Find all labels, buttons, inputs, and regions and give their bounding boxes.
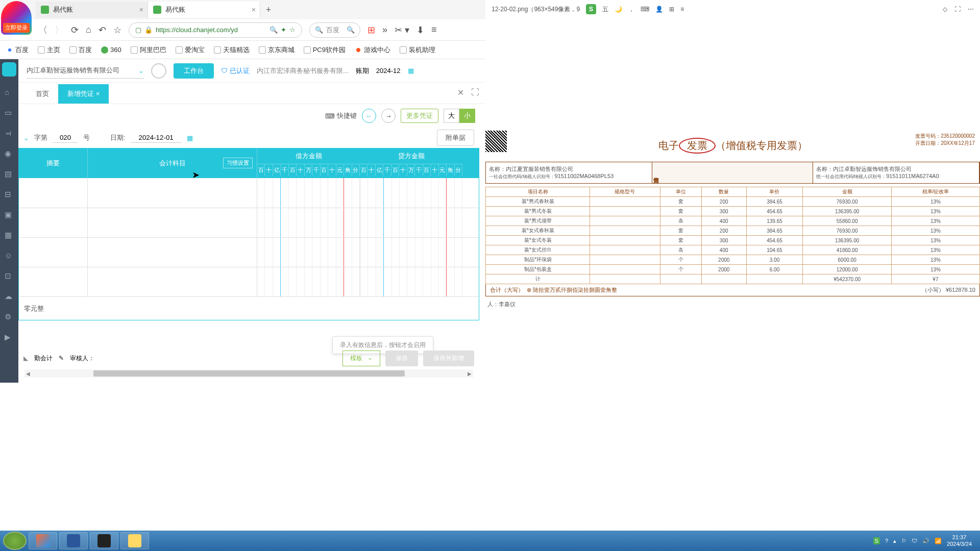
- money-nav-icon[interactable]: ◉: [5, 149, 14, 158]
- close-all-icon[interactable]: ✕: [457, 88, 464, 97]
- more-vouchers-button[interactable]: 更多凭证: [401, 109, 438, 123]
- grid-row[interactable]: [19, 237, 479, 267]
- tab-close-icon[interactable]: ×: [252, 6, 256, 14]
- cloud-nav-icon[interactable]: ☁: [5, 292, 14, 301]
- calendar-icon[interactable]: ▦: [187, 134, 193, 142]
- task-browser[interactable]: [29, 532, 57, 549]
- tab-close-icon[interactable]: ×: [139, 6, 143, 14]
- menu-icon[interactable]: ≡: [431, 24, 437, 35]
- tab-home[interactable]: 首页: [27, 84, 58, 104]
- address-bar[interactable]: ▢ 🔒 https://cloud.chanjet.com/yd 🔍 ✦ ☆: [129, 22, 302, 38]
- workspace-button[interactable]: 工作台: [174, 63, 214, 79]
- size-toggle[interactable]: 大 小: [444, 109, 475, 123]
- fullscreen-icon[interactable]: ⛶: [471, 88, 479, 97]
- bookmark-tmall[interactable]: 天猫精选: [214, 45, 250, 55]
- scroll-left-icon[interactable]: ◀: [24, 371, 32, 377]
- service-nav-icon[interactable]: ☺: [5, 251, 14, 260]
- scroll-right-icon[interactable]: ▶: [466, 371, 473, 377]
- start-button[interactable]: [3, 532, 27, 550]
- calendar-nav-icon[interactable]: ▦: [5, 231, 14, 240]
- size-small[interactable]: 小: [459, 109, 475, 123]
- home-nav-icon[interactable]: ⌂: [5, 88, 14, 97]
- network-tray-icon[interactable]: 📶: [935, 538, 942, 544]
- chevron-up-icon[interactable]: ▴: [893, 538, 896, 544]
- calendar-icon[interactable]: ▦: [408, 67, 414, 74]
- more-icon[interactable]: »: [382, 24, 387, 35]
- moon-icon[interactable]: 🌙: [615, 6, 622, 13]
- sogou-ime-icon[interactable]: S: [586, 4, 596, 14]
- bookmark-baidu2[interactable]: 百度: [69, 45, 92, 55]
- new-tab-button[interactable]: +: [260, 5, 277, 15]
- browser-tab-1[interactable]: 易代账 ×: [148, 2, 260, 18]
- menu-icon[interactable]: ≡: [680, 6, 684, 13]
- bookmark-icon[interactable]: ☆: [289, 26, 296, 34]
- apps-icon[interactable]: ⊞: [368, 24, 375, 36]
- more-icon[interactable]: ⋯: [968, 6, 974, 13]
- bookmark-360[interactable]: 360: [101, 46, 121, 54]
- expand-icon[interactable]: ⛶: [954, 6, 961, 13]
- grid-icon[interactable]: ⊞: [669, 6, 674, 13]
- grid-row[interactable]: [19, 267, 479, 296]
- task-explorer[interactable]: [120, 532, 149, 549]
- help-tray-icon[interactable]: ?: [885, 538, 888, 544]
- bookmark-aitaobao[interactable]: 爱淘宝: [176, 45, 205, 55]
- translate-icon[interactable]: ✦: [281, 26, 286, 34]
- stamp-icon[interactable]: [151, 63, 166, 79]
- back-icon[interactable]: 〈: [38, 24, 47, 36]
- template-button[interactable]: 模板⌄: [342, 350, 380, 366]
- clock[interactable]: 21:37 2024/3/24: [947, 534, 972, 547]
- app-logo-icon[interactable]: [2, 62, 16, 77]
- bookmark-baidu[interactable]: 百度: [6, 45, 29, 55]
- download-icon[interactable]: ⬇: [416, 24, 424, 36]
- company-selector[interactable]: 内江卓勤智远服饰销售有限公司 ⌄: [27, 63, 144, 79]
- star-icon[interactable]: ☆: [113, 24, 121, 36]
- gear-nav-icon[interactable]: ⚙: [5, 312, 14, 321]
- volume-tray-icon[interactable]: 🔊: [922, 538, 929, 544]
- forward-icon[interactable]: 〉: [55, 24, 64, 36]
- undo-icon[interactable]: ↶: [99, 24, 106, 36]
- tax-nav-icon[interactable]: ▣: [5, 210, 14, 219]
- bookmark-install[interactable]: 装机助理: [400, 45, 435, 55]
- size-big[interactable]: 大: [444, 109, 459, 123]
- bookmark-alibaba[interactable]: 阿里巴巴: [131, 45, 166, 55]
- flag-tray-icon[interactable]: ⚐: [901, 538, 906, 544]
- horizontal-scrollbar[interactable]: ◀ ▶: [24, 369, 473, 378]
- browser-tab-0[interactable]: 易代账 ×: [36, 2, 148, 18]
- shortcut-button[interactable]: ⌨快捷键: [325, 111, 357, 120]
- tab-close-icon[interactable]: ×: [96, 90, 100, 97]
- book-nav-icon[interactable]: ▭: [5, 108, 14, 117]
- attach-button[interactable]: 附单据: [437, 130, 474, 146]
- user-icon[interactable]: 👤: [655, 6, 663, 13]
- comma-icon[interactable]: ，: [628, 5, 634, 14]
- prev-button[interactable]: ←: [362, 109, 376, 123]
- grid-row[interactable]: [19, 208, 479, 237]
- zoom-icon[interactable]: 🔍: [270, 26, 278, 34]
- task-app[interactable]: [90, 532, 118, 549]
- chevron-down-icon[interactable]: ⌄: [23, 134, 29, 142]
- doc-nav-icon[interactable]: ▤: [5, 169, 14, 179]
- bookmark-home[interactable]: 主页: [38, 45, 60, 55]
- video-nav-icon[interactable]: ▶: [5, 333, 14, 342]
- reload-icon[interactable]: ⟳: [71, 24, 79, 36]
- edit-icon[interactable]: ✎: [59, 355, 64, 362]
- tab-new-voucher[interactable]: 新增凭证 ×: [58, 84, 109, 104]
- bookmark-games[interactable]: 游戏中心: [355, 45, 390, 55]
- period-value[interactable]: 2024-12: [376, 67, 401, 74]
- bookmark-jd[interactable]: 京东商城: [259, 45, 295, 55]
- shield-tray-icon[interactable]: 🛡: [912, 538, 917, 544]
- bookmark-pc9[interactable]: PC9软件园: [304, 45, 346, 55]
- grid-row[interactable]: [19, 178, 479, 208]
- task-word[interactable]: [59, 532, 88, 549]
- report-nav-icon[interactable]: ⊟: [5, 190, 14, 199]
- search-go-icon[interactable]: 🔍: [347, 26, 355, 34]
- keyboard-icon[interactable]: ⌨: [641, 6, 649, 13]
- chart-nav-icon[interactable]: ⫤: [5, 129, 14, 138]
- scissors-icon[interactable]: ✂ ▾: [395, 24, 409, 36]
- menu-caret-icon[interactable]: ◣: [23, 355, 28, 362]
- archive-nav-icon[interactable]: ⊡: [5, 271, 14, 281]
- ime-mode[interactable]: 五: [602, 5, 608, 14]
- next-button[interactable]: →: [381, 109, 396, 123]
- search-box[interactable]: 🔍 百度 🔍: [309, 22, 360, 38]
- scroll-thumb[interactable]: [93, 370, 405, 377]
- habit-settings-button[interactable]: 习惯设置: [223, 158, 253, 168]
